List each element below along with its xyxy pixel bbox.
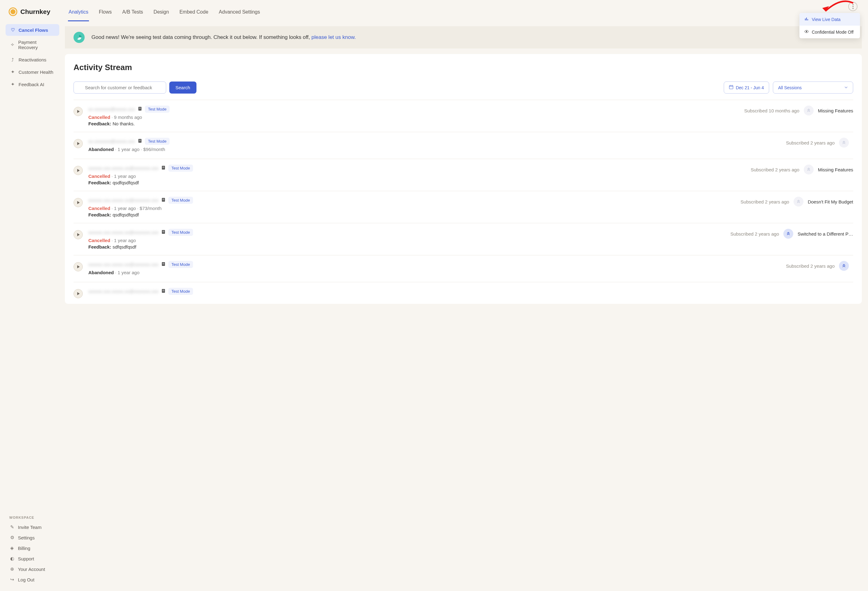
activity-stream-card: Activity Stream Search (65, 54, 862, 304)
status-timing: 9 months ago (114, 115, 142, 120)
play-button[interactable] (74, 230, 83, 239)
brand[interactable]: Churnkey (0, 7, 65, 24)
status-timing: 1 year ago (118, 147, 140, 152)
tab-analytics[interactable]: Analytics (68, 6, 89, 21)
sidebar-item-reactivations[interactable]: ⤴Reactivations (6, 54, 59, 65)
status-label: Cancelled (89, 238, 110, 243)
play-button[interactable] (74, 139, 83, 148)
activity-row: xx.xxxxxxx@xxxxx.xxx Test Mode Cancelled… (74, 100, 853, 132)
clipboard-icon (162, 165, 165, 171)
stars-icon: ✦ (10, 81, 15, 87)
tab-embed-code[interactable]: Embed Code (179, 6, 209, 21)
status-label: Cancelled (89, 115, 110, 120)
tab-design[interactable]: Design (153, 6, 170, 21)
pie-chart-icon (74, 32, 85, 43)
priority-chevron-icon (839, 138, 849, 147)
user-icon: ⊕ (9, 566, 15, 572)
customer-email: xxxxxx.xxx.xxxxx.xx@xxxxxxx.xxx (89, 165, 158, 171)
diamond-icon: ◈ (9, 545, 15, 551)
feedback-text: No thanks. (112, 121, 135, 126)
date-range-label: Dec 21 - Jun 4 (736, 85, 764, 90)
workspace-item-invite-team[interactable]: ✎Invite Team (6, 522, 59, 532)
priority-chevron-icon (794, 197, 803, 206)
activity-row: xxxxxx.xxx.xxxxx.xx@xxxxxxx.xxx Test Mod… (74, 159, 853, 191)
workspace-nav: ✎Invite Team⚙Settings◈Billing◐Support⊕Yo… (0, 522, 65, 585)
svg-rect-25 (162, 232, 164, 232)
heart-icon: ♡ (10, 27, 15, 33)
sidebar-item-cancel-flows[interactable]: ♡Cancel Flows (6, 24, 59, 36)
sidebar-item-customer-health[interactable]: ✦Customer Health (6, 66, 59, 78)
search-input[interactable] (74, 81, 166, 94)
test-mode-badge: Test Mode (168, 229, 193, 236)
play-button[interactable] (74, 166, 83, 175)
status-timing: 1 year ago (114, 206, 136, 211)
activity-row: xxxxxx.xxx.xxxxx.xx@xxxxxxx.xxx Test Mod… (74, 282, 853, 304)
brand-name: Churnkey (21, 8, 50, 15)
clipboard-icon (138, 139, 142, 144)
eye-icon (805, 29, 809, 35)
workspace-item-billing[interactable]: ◈Billing (6, 543, 59, 553)
banner-link[interactable]: please let us know. (311, 34, 356, 40)
cancel-reason: Doesn't Fit My Budget (808, 199, 853, 205)
main: AnalyticsFlowsA/B TestsDesignEmbed CodeA… (65, 0, 868, 591)
workspace-item-support[interactable]: ◐Support (6, 553, 59, 564)
sidebar: Churnkey ♡Cancel Flows✧Payment Recovery⤴… (0, 0, 65, 591)
subscribed-age: Subscribed 2 years ago (751, 167, 799, 172)
more-menu-button[interactable] (848, 2, 858, 11)
session-filter-dropdown[interactable]: All Sessions (773, 81, 853, 94)
customer-email: xx.xxxxxxx@xxxxx.xxx (89, 106, 135, 112)
feedback-label: Feedback: (89, 180, 111, 185)
activity-list: xx.xxxxxxx@xxxxx.xxx Test Mode Cancelled… (65, 100, 862, 304)
sidebar-item-feedback-ai[interactable]: ✦Feedback AI (6, 78, 59, 90)
clipboard-icon (162, 197, 165, 203)
test-mode-badge: Test Mode (168, 197, 193, 204)
play-button[interactable] (74, 289, 83, 298)
tab-flows[interactable]: Flows (98, 6, 112, 21)
priority-chevron-icon (804, 106, 813, 115)
priority-chevron-icon (783, 229, 793, 239)
upload-icon: ⤴ (10, 57, 15, 62)
sidebar-item-payment-recovery[interactable]: ✧Payment Recovery (6, 37, 59, 53)
customer-email: xxxxxx.xxx.xxxxx.xx@xxxxxxx.xxx (89, 197, 158, 203)
svg-rect-1 (806, 18, 807, 21)
play-button[interactable] (74, 198, 83, 207)
dropdown-item-confidential-mode-off[interactable]: Confidential Mode Off (799, 26, 860, 38)
clipboard-icon (162, 262, 165, 267)
feedback-label: Feedback: (89, 121, 111, 126)
subscribed-age: Subscribed 2 years ago (786, 263, 835, 269)
gear-icon: ⚙ (9, 535, 15, 540)
tab-a-b-tests[interactable]: A/B Tests (122, 6, 144, 21)
workspace-item-your-account[interactable]: ⊕Your Account (6, 564, 59, 574)
sidebar-item-label: Feedback AI (19, 82, 44, 87)
date-range-picker[interactable]: Dec 21 - Jun 4 (724, 81, 769, 94)
dropdown-item-view-live-data[interactable]: View Live Data (799, 13, 860, 26)
tab-advanced-settings[interactable]: Advanced Settings (218, 6, 260, 21)
priority-chevron-icon (839, 261, 849, 271)
play-button[interactable] (74, 262, 83, 271)
svg-rect-22 (162, 200, 164, 200)
workspace-item-label: Your Account (18, 567, 45, 572)
svg-rect-31 (162, 291, 164, 291)
feedback-label: Feedback: (89, 244, 111, 249)
subscribed-age: Subscribed 2 years ago (740, 199, 789, 205)
clipboard-icon (162, 289, 165, 294)
svg-rect-0 (805, 19, 806, 21)
subscribed-age: Subscribed 2 years ago (730, 231, 779, 237)
banner-text: Good news! We're seeing test data coming… (92, 34, 356, 40)
workspace-item-settings[interactable]: ⚙Settings (6, 532, 59, 543)
page-title: Activity Stream (74, 63, 853, 72)
activity-row: xxxxxx.xxx.xxxxx.xx@xxxxxxx.xxx Test Mod… (74, 255, 853, 282)
activity-row: xxxxxx.xxx.xxxxx.xx@xxxxxxx.xxx Test Mod… (74, 223, 853, 255)
sidebar-item-label: Customer Health (19, 69, 53, 75)
clipboard-icon (162, 230, 165, 235)
workspace-item-log-out[interactable]: ↪Log Out (6, 574, 59, 585)
play-button[interactable] (74, 107, 83, 116)
workspace-header: WORKSPACE (0, 516, 65, 522)
subscribed-age: Subscribed 10 months ago (744, 108, 799, 113)
workspace-item-label: Billing (18, 545, 30, 551)
customer-email: xxxxxx.xxx.xxxxx.xx@xxxxxxx.xxx (89, 230, 158, 235)
status-label: Cancelled (89, 174, 110, 179)
cancel-reason: Switched to a Different Pro… (797, 231, 853, 237)
status-price: $73/month (140, 206, 162, 211)
search-button[interactable]: Search (169, 81, 196, 94)
